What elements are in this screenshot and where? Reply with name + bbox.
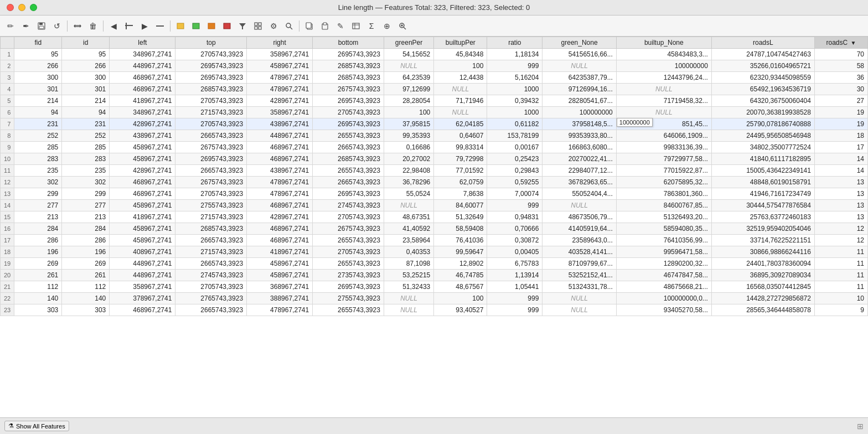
col-top[interactable]: top	[175, 37, 247, 49]
move-feature-btn[interactable]	[70, 19, 85, 33]
cell-builtupPer: 46,74785	[434, 270, 487, 281]
table-row[interactable]: 4301301468967,27412685743,3923478967,274…	[1, 84, 868, 95]
zoom-out-btn[interactable]	[153, 19, 167, 33]
cell-builtup-none: 51326493,20...	[616, 211, 711, 223]
cell-builtupPer: 58,59408	[434, 223, 487, 235]
orange-rect-btn[interactable]	[204, 19, 219, 33]
maximize-button[interactable]	[30, 4, 37, 11]
paste-btn[interactable]	[318, 19, 332, 33]
add-btn[interactable]: ⊕	[380, 19, 394, 33]
col-roadsc[interactable]: roadsC ▼	[814, 37, 867, 49]
table-row[interactable]: 22140140378967,27412765743,3923388967,27…	[1, 293, 868, 304]
cell-roadsc: 9	[814, 304, 867, 316]
minimize-button[interactable]	[18, 4, 25, 11]
cell-top: 2715743,3923	[175, 107, 247, 118]
cell-ratio: 6,75783	[487, 258, 542, 270]
pencil-btn[interactable]: ✒	[19, 19, 33, 33]
cell-roadsl: 62320,93445098559	[711, 72, 814, 84]
table-row[interactable]: 3300300468967,27412695743,3923478967,274…	[1, 72, 868, 84]
zoom-search-btn[interactable]	[395, 19, 410, 33]
cell-greenper: 22,98408	[384, 165, 433, 177]
table-row[interactable]: 7231231428967,27412705743,3923438967,274…	[1, 118, 868, 130]
back-btn[interactable]: ◀	[106, 19, 121, 33]
cell-greenper: 0,16686	[384, 142, 433, 153]
col-builtupPer[interactable]: builtupPer	[434, 37, 487, 49]
col-ratio[interactable]: ratio	[487, 37, 542, 49]
table2-btn[interactable]	[349, 19, 363, 33]
refresh-btn[interactable]: ↺	[50, 19, 64, 33]
row-number: 15	[1, 211, 14, 223]
cell-bottom: 2665743,3923	[313, 142, 384, 153]
table-row[interactable]: 20261261448967,27412745743,3923458967,27…	[1, 270, 868, 281]
row-number: 12	[1, 177, 14, 188]
table-row[interactable]: 9285285458967,27412675743,3923468967,274…	[1, 142, 868, 153]
table-row[interactable]: 14277277458967,27412755743,3923468967,27…	[1, 200, 868, 211]
edit-btn[interactable]: ✏	[3, 19, 18, 33]
col-roadsl[interactable]: roadsL	[711, 37, 814, 49]
yellow-rect-btn[interactable]	[173, 19, 188, 33]
zoom-in-btn[interactable]	[122, 19, 136, 33]
table-row[interactable]: 12302302468967,27412675743,3923478967,27…	[1, 177, 868, 188]
col-bottom[interactable]: bottom	[313, 37, 384, 49]
search-btn[interactable]	[282, 19, 296, 33]
show-all-features-btn[interactable]: ⚗ Show All Features	[4, 421, 69, 431]
table-row[interactable]: 13299299468967,27412705743,3923478967,27…	[1, 188, 868, 200]
cell-top: 2685743,3923	[175, 84, 247, 95]
table-row[interactable]: 19269269448967,27412665743,3923458967,27…	[1, 258, 868, 270]
table-row[interactable]: 2266266448967,27412695743,3923458967,274…	[1, 60, 868, 72]
edit3-btn[interactable]: ✎	[333, 19, 348, 33]
calc-btn[interactable]: Σ	[364, 19, 379, 33]
cell-bottom: 2695743,3923	[313, 95, 384, 107]
cell-green-none: 100000000	[542, 107, 616, 118]
table-row[interactable]: 15213213418967,27412715743,3923428967,27…	[1, 211, 868, 223]
copy-btn[interactable]	[302, 19, 317, 33]
svg-rect-7	[126, 23, 127, 29]
table-row[interactable]: 11235235428967,27412665743,3923438967,27…	[1, 165, 868, 177]
table-row[interactable]: 21112112358967,27412705743,3923368967,27…	[1, 281, 868, 293]
cell-builtupPer: 62,0759	[434, 177, 487, 188]
cell-left: 448967,2741	[110, 258, 175, 270]
table-row[interactable]: 69494348967,27412715743,3923358967,27412…	[1, 107, 868, 118]
table-row[interactable]: 10283283458967,27412695743,3923468967,27…	[1, 153, 868, 165]
col-left[interactable]: left	[110, 37, 175, 49]
cell-builtup-none: 646066,1909...	[616, 130, 711, 142]
green-rect-btn[interactable]	[189, 19, 203, 33]
col-right[interactable]: right	[247, 37, 313, 49]
table-row[interactable]: 5214214418967,27412705743,3923428967,274…	[1, 95, 868, 107]
table-row[interactable]: 17286286458967,27412665743,3923468967,27…	[1, 235, 868, 246]
svg-rect-23	[323, 23, 327, 25]
table-row[interactable]: 8252252438967,27412665743,3923448967,274…	[1, 130, 868, 142]
cell-ratio: 7,00074	[487, 188, 542, 200]
red-rect-btn[interactable]	[220, 19, 234, 33]
delete-btn[interactable]: 🗑	[86, 19, 100, 33]
close-button[interactable]	[7, 4, 14, 11]
settings-btn[interactable]: ⚙	[266, 19, 281, 33]
cell-roadsl: 15005,436422349141	[711, 165, 814, 177]
table-row[interactable]: 23303303468967,27412665743,3923478967,27…	[1, 304, 868, 316]
cell-builtup-none: 58594080,35...	[616, 223, 711, 235]
cell-green-none: 23589643,0...	[542, 235, 616, 246]
cell-builtup-none: 12443796,24...	[616, 72, 711, 84]
filter-btn[interactable]	[235, 19, 250, 33]
col-fid[interactable]: fid	[14, 37, 62, 49]
col-greenper[interactable]: greenPer	[384, 37, 433, 49]
cell-id: 112	[62, 281, 110, 293]
grid-view-btn[interactable]	[251, 19, 265, 33]
resize-icon: ⊞	[857, 422, 864, 431]
col-builtup-none[interactable]: builtup_None	[616, 37, 711, 49]
row-number: 7	[1, 118, 14, 130]
attribute-table[interactable]: fid id left top right bottom greenPer bu…	[0, 37, 868, 417]
cell-builtup-none: 62075895,32...	[616, 177, 711, 188]
save-btn[interactable]	[34, 19, 49, 33]
cell-roadsc: 12	[814, 223, 867, 235]
cell-right: 438967,2741	[247, 165, 313, 177]
cell-builtup-none: 100000000,0...	[616, 293, 711, 304]
col-id[interactable]: id	[62, 37, 110, 49]
cell-green-none: 55052404,4...	[542, 188, 616, 200]
cell-builtupPer: 79,72998	[434, 153, 487, 165]
table-row[interactable]: 18196196408967,27412715743,3923418967,27…	[1, 246, 868, 258]
table-row[interactable]: 19595348967,27412705743,3923358967,27412…	[1, 49, 868, 60]
table-row[interactable]: 16284284458967,27412685743,3923468967,27…	[1, 223, 868, 235]
forward-btn[interactable]: ▶	[137, 19, 152, 33]
col-green-none[interactable]: green_None	[542, 37, 616, 49]
